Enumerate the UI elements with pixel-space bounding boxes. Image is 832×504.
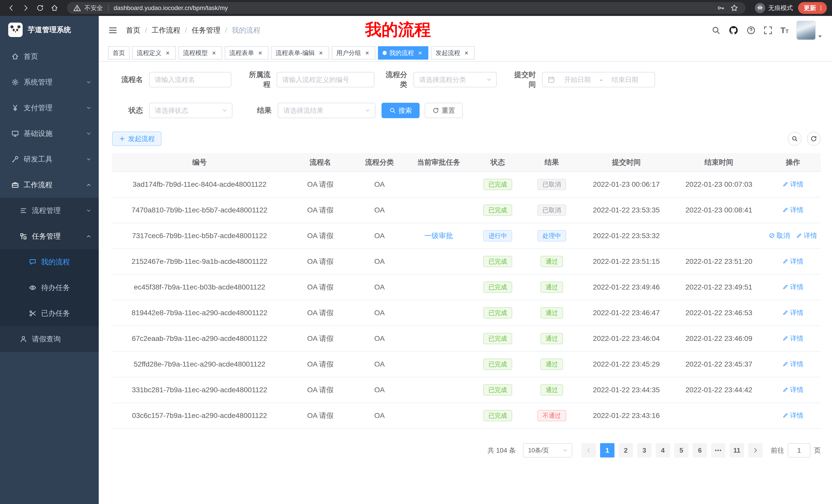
detail-link[interactable]: 详情 xyxy=(782,360,803,369)
browser-back-icon[interactable] xyxy=(5,2,18,14)
security-warning-icon[interactable] xyxy=(73,3,81,13)
pagination-page-3[interactable]: 3 xyxy=(637,443,651,457)
pagination-ellipsis[interactable]: ••• xyxy=(711,443,726,457)
cancel-link[interactable]: 取消 xyxy=(769,231,790,240)
cell-submit-time: 2022-01-22 23:46:04 xyxy=(580,326,673,352)
search-icon xyxy=(389,107,396,114)
breadcrumb-item[interactable]: 任务管理 xyxy=(192,25,220,35)
breadcrumb-separator: / xyxy=(185,26,187,34)
process-name-input[interactable] xyxy=(149,72,231,87)
create-process-button[interactable]: 发起流程 xyxy=(112,132,161,146)
cell-category: OA xyxy=(354,274,405,300)
sidebar-item-yen[interactable]: 支付管理 xyxy=(0,95,99,121)
edit-icon xyxy=(782,207,788,213)
pagination-page-6[interactable]: 6 xyxy=(693,443,707,457)
current-task-link[interactable]: 一级审批 xyxy=(424,232,453,240)
sidebar-toggle-icon[interactable] xyxy=(108,25,118,35)
cell-category: OA xyxy=(354,172,405,197)
browser-refresh-icon[interactable] xyxy=(34,2,46,14)
pagination-prev-button[interactable] xyxy=(581,443,596,457)
font-size-icon[interactable]: TT xyxy=(780,26,788,35)
bookmark-star-icon[interactable] xyxy=(729,3,739,13)
pagination-next-button[interactable] xyxy=(748,443,762,457)
column-header: 流程名 xyxy=(287,153,354,172)
detail-link[interactable]: 详情 xyxy=(782,385,803,394)
cell-submit-time: 2022-01-22 23:45:29 xyxy=(580,352,673,377)
close-icon[interactable]: × xyxy=(210,49,217,57)
done-icon xyxy=(29,310,36,317)
sidebar-item-todo[interactable]: 待办任务 xyxy=(0,275,99,301)
result-select[interactable]: 请选择流结果 xyxy=(278,103,375,118)
process-def-input[interactable] xyxy=(277,72,374,87)
category-select[interactable]: 请选择流程分类 xyxy=(413,72,497,87)
close-icon[interactable]: × xyxy=(417,49,424,57)
sidebar-item-done[interactable]: 已办任务 xyxy=(0,301,99,326)
close-icon[interactable]: × xyxy=(257,49,264,57)
close-icon[interactable]: × xyxy=(364,49,371,57)
tab-流程表单-编辑[interactable]: 流程表单-编辑× xyxy=(271,46,329,60)
close-icon[interactable]: × xyxy=(164,49,171,57)
address-bar[interactable]: 不安全 dashboard.yudao.iocoder.cn/bpm/task/… xyxy=(67,2,746,14)
fullscreen-icon[interactable] xyxy=(763,26,773,35)
page-size-select[interactable]: 10条/页 xyxy=(523,443,572,457)
detail-link[interactable]: 详情 xyxy=(796,231,817,240)
browser-menu-icon[interactable] xyxy=(817,5,824,11)
sidebar-item-label: 我的流程 xyxy=(41,257,70,267)
docs-help-icon[interactable] xyxy=(746,26,756,35)
sidebar-item-home[interactable]: 首页 xyxy=(0,44,99,69)
detail-link[interactable]: 详情 xyxy=(782,411,803,420)
browser-update-button[interactable]: 更新 xyxy=(798,2,827,14)
password-key-icon[interactable] xyxy=(716,3,726,13)
tab-label: 发起流程 xyxy=(436,49,460,57)
detail-link[interactable]: 详情 xyxy=(782,257,803,266)
breadcrumb-item[interactable]: 首页 xyxy=(126,25,140,35)
close-icon[interactable]: × xyxy=(463,49,470,57)
app-logo[interactable]: 芋道管理系统 xyxy=(0,16,99,44)
tab-用户分组[interactable]: 用户分组× xyxy=(332,46,375,60)
sidebar-item-my-process[interactable]: 我的流程 xyxy=(0,249,99,275)
goto-page-input[interactable] xyxy=(788,443,810,457)
detail-link[interactable]: 详情 xyxy=(782,308,803,317)
tab-流程表单[interactable]: 流程表单× xyxy=(225,46,268,60)
tab-发起流程[interactable]: 发起流程× xyxy=(431,46,475,60)
sidebar-item-infra[interactable]: 基础设施 xyxy=(0,121,99,146)
search-button[interactable]: 搜索 xyxy=(382,103,420,118)
avatar[interactable] xyxy=(796,21,816,40)
sidebar-item-gear[interactable]: 系统管理 xyxy=(0,69,99,95)
cell-actions: 详情 xyxy=(765,352,821,377)
browser-home-icon[interactable] xyxy=(48,2,61,14)
sidebar-item-process-mgmt[interactable]: 流程管理 xyxy=(0,198,99,223)
user-menu[interactable] xyxy=(796,21,823,40)
tab-首页[interactable]: 首页 xyxy=(108,46,130,60)
pagination-page-1[interactable]: 1 xyxy=(600,443,615,457)
browser-forward-icon[interactable] xyxy=(20,2,32,14)
sidebar-item-tools[interactable]: 研发工具 xyxy=(0,146,99,172)
close-icon[interactable]: × xyxy=(317,49,324,57)
cell-actions: 详情 xyxy=(765,377,821,403)
todo-icon xyxy=(29,284,36,291)
pagination-page-2[interactable]: 2 xyxy=(619,443,633,457)
detail-link[interactable]: 详情 xyxy=(782,205,803,215)
sidebar-item-task-mgmt[interactable]: 任务管理 xyxy=(0,223,99,249)
sidebar-item-workflow[interactable]: 工作流程 xyxy=(0,172,99,198)
tab-流程模型[interactable]: 流程模型× xyxy=(178,46,222,60)
detail-link[interactable]: 详情 xyxy=(782,334,803,343)
status-select[interactable]: 请选择状态 xyxy=(149,103,232,118)
detail-link[interactable]: 详情 xyxy=(782,180,803,189)
github-icon[interactable] xyxy=(728,25,739,35)
pagination-page-4[interactable]: 4 xyxy=(656,443,670,457)
search-toggle-button[interactable] xyxy=(788,132,802,146)
task-mgmt-icon xyxy=(20,232,27,240)
pagination-page-11[interactable]: 11 xyxy=(730,443,744,457)
breadcrumb-item[interactable]: 工作流程 xyxy=(152,25,181,35)
pagination-page-5[interactable]: 5 xyxy=(674,443,688,457)
cell-status: 已完成 xyxy=(472,326,523,352)
tab-我的流程[interactable]: 我的流程× xyxy=(378,46,428,60)
header-search-icon[interactable] xyxy=(711,26,721,35)
reset-button[interactable]: 重置 xyxy=(425,103,463,118)
detail-link[interactable]: 详情 xyxy=(782,283,803,291)
submit-time-range-picker[interactable]: 开始日期 - 结束日期 xyxy=(542,72,655,87)
tab-流程定义[interactable]: 流程定义× xyxy=(132,46,176,60)
sidebar-item-leave[interactable]: 请假查询 xyxy=(0,326,99,352)
refresh-table-button[interactable] xyxy=(807,132,821,146)
